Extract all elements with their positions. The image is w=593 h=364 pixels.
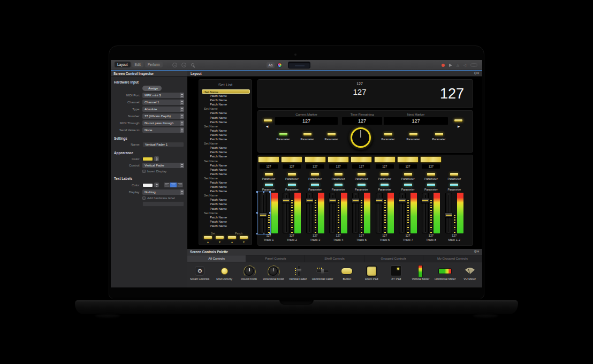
parameter-button[interactable] <box>380 172 389 176</box>
parameter-button[interactable] <box>264 183 273 187</box>
toolbar-round-icon-1[interactable] <box>172 63 177 67</box>
palette-item-xy-pad[interactable]: XY Pad <box>384 264 408 281</box>
patch-row[interactable]: Patch Name <box>199 207 253 211</box>
set-prev-button[interactable] <box>203 236 212 239</box>
patch-row[interactable]: Patch Name <box>199 120 253 124</box>
color-palette-icon[interactable] <box>277 63 282 67</box>
parameter-button[interactable] <box>264 172 273 176</box>
tab-shelf-controls[interactable]: Shelf Controls <box>305 255 364 262</box>
assign-button[interactable]: Assign <box>142 86 162 91</box>
text-color-swatch[interactable] <box>142 183 153 187</box>
patch-row[interactable]: Patch Name <box>199 219 253 224</box>
set-row[interactable]: Set Name <box>199 141 253 146</box>
patch-row[interactable]: Patch Name <box>199 168 253 172</box>
text-color-stepper[interactable] <box>154 183 159 187</box>
palette-item-drum-pad[interactable]: Drum Pad <box>360 264 384 281</box>
patch-row[interactable]: Patch Name <box>199 224 253 228</box>
patch-row[interactable]: Patch Name <box>199 189 253 193</box>
palette-item-button[interactable]: Button <box>335 264 359 281</box>
type-select[interactable]: Absolute <box>142 107 184 112</box>
parameter-button[interactable] <box>450 183 459 187</box>
palette-gear-icon[interactable]: ⚙▾ <box>474 249 479 254</box>
parameter-button[interactable] <box>327 132 336 136</box>
set-row[interactable]: Set Name <box>199 159 253 163</box>
palette-item-midi-activity[interactable]: MIDI Activity <box>212 264 237 281</box>
horizontal-fader[interactable] <box>258 156 279 163</box>
vertical-fader-handle[interactable] <box>398 198 406 203</box>
tab-grouped-controls[interactable]: Grouped Controls <box>364 255 423 262</box>
vertical-fader-handle[interactable] <box>306 198 314 203</box>
set-row[interactable]: Set Name <box>199 124 253 128</box>
mode-button-perform[interactable]: Perform <box>145 62 163 67</box>
parameter-button[interactable] <box>404 172 413 176</box>
patch-row[interactable]: Patch Name <box>199 180 253 185</box>
big-round-knob[interactable] <box>348 125 373 150</box>
horizontal-fader[interactable] <box>374 156 396 163</box>
patch-row[interactable]: Patch Name <box>199 94 253 98</box>
parameter-button[interactable] <box>427 172 436 176</box>
parameter-button[interactable] <box>279 132 288 136</box>
parameter-button[interactable] <box>287 183 296 187</box>
invert-display-checkbox[interactable] <box>142 170 146 173</box>
patch-prev-button[interactable] <box>227 236 237 239</box>
midi-through-select[interactable]: Do not pass through <box>142 120 184 126</box>
master-level-icon[interactable] <box>470 63 477 67</box>
palette-item-smart-controls[interactable]: ⚙Smart Controls <box>188 264 212 281</box>
patch-row[interactable]: Patch Name <box>199 98 253 102</box>
set-row[interactable]: Set Name <box>199 107 253 111</box>
horizontal-fader[interactable] <box>397 156 419 163</box>
tab-my-grouped-controls[interactable]: My Grouped Controls <box>423 255 482 262</box>
parameter-button[interactable] <box>357 172 366 176</box>
patch-row[interactable]: Patch Name <box>199 146 253 150</box>
add-hardware-label-checkbox[interactable] <box>142 196 146 200</box>
horizontal-fader[interactable] <box>420 156 442 163</box>
vertical-fader-handle[interactable] <box>282 198 290 203</box>
parameter-button[interactable] <box>357 183 366 187</box>
selection-handle[interactable] <box>269 212 271 214</box>
patch-row[interactable]: Patch Name <box>199 154 253 158</box>
next-arrow-icon[interactable]: ▶ <box>458 125 460 128</box>
hardware-label-field[interactable] <box>142 201 184 207</box>
set-row[interactable]: Set Name <box>199 211 253 215</box>
tuner-icon[interactable]: ◁ <box>463 63 466 67</box>
vertical-fader-handle[interactable] <box>375 198 383 203</box>
patch-row[interactable]: Patch Name <box>199 198 253 202</box>
patch-row[interactable]: Patch Name <box>199 150 253 154</box>
patch-row[interactable]: Patch Name <box>199 163 253 168</box>
vertical-fader-handle[interactable] <box>445 213 453 217</box>
parameter-button[interactable] <box>435 132 444 136</box>
palette-item-horizontal-fader[interactable]: Horizontal Fader <box>310 264 334 281</box>
channel-select[interactable]: Channel 1 <box>142 100 184 105</box>
parameter-button[interactable] <box>310 172 320 176</box>
patch-row[interactable]: Patch Name <box>199 116 253 120</box>
patch-row[interactable]: Patch Name <box>199 215 253 219</box>
vertical-fader-handle[interactable] <box>329 198 337 203</box>
patch-row[interactable]: Patch Name <box>199 111 253 115</box>
parameter-button[interactable] <box>404 183 413 187</box>
patch-next-button[interactable] <box>239 236 248 239</box>
parameter-button[interactable] <box>287 172 296 176</box>
prev-arrow-icon[interactable]: ◀ <box>266 125 268 128</box>
name-field[interactable]: Vertical Fader 1 <box>142 142 184 147</box>
tab-panel-controls[interactable]: Panel Controls <box>246 255 305 262</box>
vertical-fader-handle[interactable] <box>421 198 429 203</box>
parameter-button[interactable] <box>427 183 436 187</box>
selection-handle[interactable] <box>256 212 258 214</box>
control-color-swatch[interactable] <box>142 157 153 161</box>
control-select[interactable]: Vertical Fader <box>142 163 184 168</box>
palette-item-vu-meter[interactable]: VU Meter <box>458 264 482 281</box>
send-value-to-select[interactable]: None <box>142 127 184 133</box>
text-style-button[interactable]: Aa <box>267 62 275 68</box>
workspace-gear-icon[interactable]: ⚙▾ <box>474 71 479 75</box>
number-select[interactable]: 77 (Vibrato Depth) <box>142 113 184 119</box>
vertical-fader-handle[interactable] <box>352 198 360 203</box>
metronome-icon[interactable]: △ <box>457 63 459 67</box>
parameter-button[interactable] <box>334 172 343 176</box>
patch-row[interactable]: Patch Name <box>199 185 253 189</box>
record-icon[interactable] <box>442 64 445 67</box>
tab-all-controls[interactable]: All Controls <box>187 255 246 262</box>
play-icon[interactable] <box>449 64 452 67</box>
palette-item-vertical-meter[interactable]: Vertical Meter <box>408 264 432 281</box>
parameter-button[interactable] <box>409 132 418 136</box>
parameter-button[interactable] <box>380 183 389 187</box>
